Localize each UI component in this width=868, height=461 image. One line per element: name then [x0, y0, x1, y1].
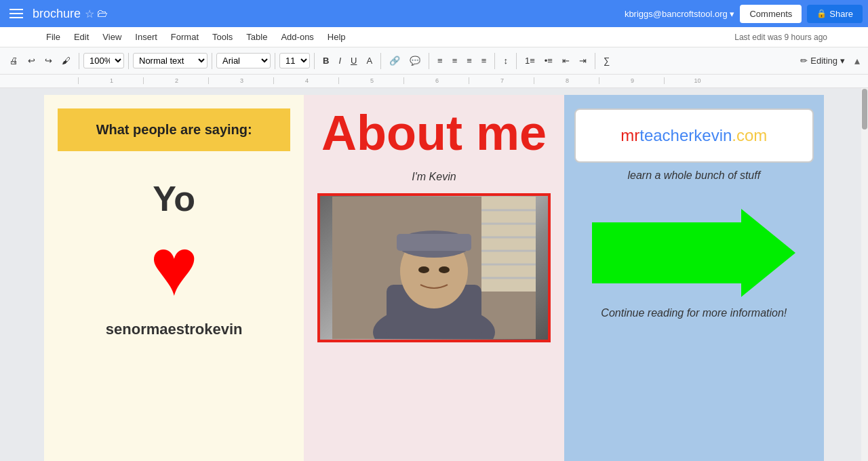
formula-button[interactable]: ∑: [599, 53, 614, 68]
panel-center: About me I'm Kevin: [304, 95, 564, 461]
menu-addons[interactable]: Add-ons: [275, 29, 319, 45]
menu-format[interactable]: Format: [165, 29, 204, 45]
line-spacing-button[interactable]: ↕: [499, 53, 512, 68]
ruler-mark-4: 4: [273, 77, 338, 84]
website-teacher: teacher: [639, 126, 694, 144]
photo-frame: [317, 193, 550, 342]
underline-button[interactable]: U: [347, 53, 361, 68]
ruler-mark-8: 8: [534, 77, 599, 84]
last-edit-label: Last edit was 9 hours ago: [734, 33, 827, 42]
align-left-button[interactable]: ≡: [433, 53, 447, 68]
im-kevin-text: I'm Kevin: [304, 171, 564, 183]
separator-5: [314, 53, 315, 69]
separator-8: [494, 53, 495, 69]
menu-help[interactable]: Help: [322, 29, 351, 45]
ruler-mark-3: 3: [208, 77, 273, 84]
separator-1: [79, 53, 79, 69]
print-button[interactable]: 🖨: [5, 53, 22, 68]
separator-9: [516, 53, 517, 69]
scrollbar-thumb[interactable]: [862, 89, 867, 129]
editing-mode-button[interactable]: ✏ Editing ▾: [795, 53, 850, 68]
text-style-select[interactable]: Normal text Heading 1 Heading 2: [133, 53, 208, 68]
menu-tools[interactable]: Tools: [207, 29, 238, 45]
menu-view[interactable]: View: [97, 29, 127, 45]
svg-point-13: [418, 266, 429, 273]
align-center-button[interactable]: ≡: [448, 53, 462, 68]
arrow-body: [592, 222, 741, 283]
ruler-mark-2: 2: [143, 77, 208, 84]
ruler-mark-9: 9: [599, 77, 664, 84]
zoom-select[interactable]: 100% 75% 125%: [83, 53, 124, 68]
menu-edit[interactable]: Edit: [68, 29, 94, 45]
lock-icon: 🔒: [816, 9, 827, 18]
arrow-head: [741, 209, 795, 297]
align-right-button[interactable]: ≡: [462, 53, 476, 68]
bulleted-list-button[interactable]: •≡: [540, 53, 557, 68]
person-photo: [320, 196, 547, 340]
senor-text: senormaestrokevin: [44, 321, 304, 338]
photo-svg: [332, 197, 536, 339]
undo-button[interactable]: ↩: [24, 53, 39, 68]
increase-indent-button[interactable]: ⇥: [575, 53, 591, 68]
separator-2: [128, 53, 129, 69]
yo-text: Yo: [44, 178, 304, 219]
separator-7: [429, 53, 429, 69]
ruler-mark-5: 5: [338, 77, 403, 84]
chevron-down-icon: ▾: [840, 56, 845, 66]
formatting-toolbar: 🖨 ↩ ↪ 🖌 100% 75% 125% Normal text Headin…: [0, 47, 868, 75]
share-label: Share: [829, 9, 853, 19]
website-box: mrteacherkevin.com: [574, 108, 814, 163]
website-dotcom: .com: [732, 126, 767, 144]
menu-hamburger-button[interactable]: [5, 3, 27, 24]
ruler-mark-1: 1: [78, 77, 143, 84]
document-title[interactable]: brochure: [33, 7, 81, 21]
comments-button[interactable]: Comments: [740, 5, 802, 23]
link-button[interactable]: 🔗: [385, 53, 404, 68]
folder-icon[interactable]: 🗁: [97, 7, 108, 20]
website-mr: mr: [620, 126, 639, 144]
bold-button[interactable]: B: [319, 53, 333, 68]
separator-10: [595, 53, 595, 69]
separator-3: [212, 53, 212, 69]
yellow-box: What people are saying:: [58, 108, 290, 151]
comment-button[interactable]: 💬: [406, 53, 425, 68]
editing-label: Editing: [810, 56, 837, 66]
svg-point-14: [439, 266, 450, 273]
share-button[interactable]: 🔒 Share: [807, 5, 863, 23]
about-me-heading: About me: [304, 95, 564, 164]
ruler-mark-7: 7: [469, 77, 534, 84]
document-area: What people are saying: Yo ♥ senormaestr…: [0, 88, 868, 461]
menu-table[interactable]: Table: [241, 29, 273, 45]
justify-button[interactable]: ≡: [477, 53, 491, 68]
user-email[interactable]: kbriggs@bancroftstool.org ▾: [625, 9, 735, 19]
panel-left: What people are saying: Yo ♥ senormaestr…: [44, 95, 304, 461]
text-color-button[interactable]: A: [362, 53, 376, 68]
menu-insert[interactable]: Insert: [130, 29, 163, 45]
heart-container: ♥: [44, 226, 304, 307]
pencil-icon: ✏: [800, 56, 808, 66]
font-select[interactable]: Arial Times New Roman: [216, 53, 271, 68]
scrollbar[interactable]: [861, 88, 868, 461]
ruler-mark-10: 10: [664, 77, 729, 84]
paint-format-button[interactable]: 🖌: [58, 53, 75, 68]
decrease-indent-button[interactable]: ⇤: [558, 53, 574, 68]
learn-text: learn a whole bunch of stuff: [564, 169, 824, 182]
menu-file[interactable]: File: [41, 29, 66, 45]
separator-6: [380, 53, 381, 69]
menu-bar: File Edit View Insert Format Tools Table…: [0, 27, 868, 47]
yellow-box-text: What people are saying:: [96, 122, 252, 138]
website-kevin: kevin: [694, 126, 732, 144]
numbered-list-button[interactable]: 1≡: [521, 53, 539, 68]
website-text: mrteacherkevin.com: [620, 126, 767, 145]
font-size-select[interactable]: 11 10 12 14: [279, 53, 310, 68]
document-panels: What people are saying: Yo ♥ senormaestr…: [44, 95, 824, 454]
svg-rect-12: [397, 234, 471, 251]
collapse-toolbar-button[interactable]: ▴: [852, 52, 863, 70]
star-icon[interactable]: ☆: [85, 7, 94, 20]
title-bar: brochure ☆ 🗁 kbriggs@bancroftstool.org ▾…: [0, 0, 868, 27]
ruler: 1 2 3 4 5 6 7 8 9 10: [0, 75, 868, 88]
redo-button[interactable]: ↪: [41, 53, 56, 68]
heart-icon: ♥: [150, 226, 198, 307]
italic-button[interactable]: I: [334, 53, 345, 68]
arrow-container: [564, 209, 824, 297]
